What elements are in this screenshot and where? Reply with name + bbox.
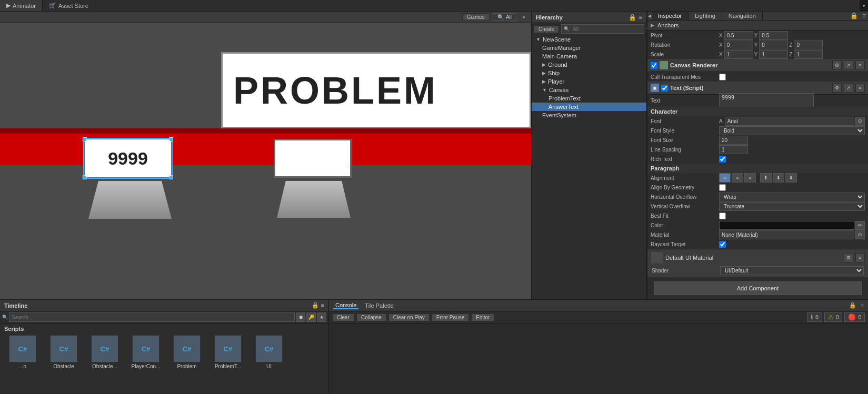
font-style-select[interactable]: Bold Normal Italic Bold Italic bbox=[719, 126, 865, 135]
canvas-renderer-popup-btn[interactable]: ↗ bbox=[844, 60, 853, 70]
timeline-menu[interactable]: ≡ bbox=[321, 302, 324, 309]
inspector-menu[interactable]: ≡ bbox=[860, 12, 868, 20]
tab-inspector[interactable]: Inspector bbox=[652, 12, 689, 20]
hierarchy-menu[interactable]: ≡ bbox=[638, 14, 642, 21]
align-right-btn[interactable]: ≡ bbox=[744, 173, 756, 183]
align-center-btn[interactable]: ≡ bbox=[732, 173, 743, 183]
hierarchy-item-canvas[interactable]: ▼ Canvas bbox=[532, 86, 646, 94]
asset-store-icon: 🛒 bbox=[49, 2, 56, 9]
filter-all-button[interactable]: 🔍 All bbox=[493, 13, 516, 21]
text-script-popup-btn[interactable]: ↗ bbox=[844, 83, 853, 93]
text-script-enabled[interactable] bbox=[661, 85, 668, 92]
color-eyedropper-btn[interactable]: ✏ bbox=[855, 221, 865, 230]
align-bottom-btn[interactable]: ⬇ bbox=[785, 173, 797, 183]
answer-box-1[interactable]: 9999 bbox=[83, 138, 173, 179]
align-top-btn[interactable]: ⬆ bbox=[760, 173, 772, 183]
hierarchy-item-ship[interactable]: ▶ Ship bbox=[532, 69, 646, 77]
timeline-search-input[interactable] bbox=[9, 312, 295, 322]
error-pause-button[interactable]: Error Pause bbox=[432, 314, 469, 321]
align-middle-btn[interactable]: ⬇ bbox=[773, 173, 784, 183]
text-script-menu-btn[interactable]: ≡ bbox=[855, 83, 865, 93]
hierarchy-search-bar[interactable]: 🔍 bbox=[561, 24, 644, 34]
tab-tile-palette[interactable]: Tile Palette bbox=[363, 302, 396, 309]
shader-select[interactable]: UI/Default bbox=[720, 266, 864, 275]
pivot-x-field[interactable] bbox=[724, 31, 753, 40]
rotation-x-field[interactable] bbox=[724, 41, 753, 49]
timeline-controls: 🔒 ≡ bbox=[312, 302, 324, 309]
text-script-settings-btn[interactable]: ⚙ bbox=[832, 83, 842, 93]
default-material-menu-btn[interactable]: ≡ bbox=[855, 253, 865, 262]
timeline-lock[interactable]: 🔒 bbox=[312, 302, 319, 309]
canvas-renderer-icon bbox=[660, 61, 668, 69]
pivot-row: Pivot X Y bbox=[647, 31, 868, 40]
rotation-y-field[interactable] bbox=[759, 41, 788, 49]
scale-z-field[interactable] bbox=[794, 50, 823, 59]
rich-text-checkbox[interactable] bbox=[719, 156, 726, 163]
add-component-button[interactable]: Add Component bbox=[654, 281, 862, 295]
script-item-playercon[interactable]: C# PlayerCon... bbox=[127, 335, 164, 369]
inspector-collapse-btn[interactable]: ◀ bbox=[647, 12, 652, 20]
clear-on-play-button[interactable]: Clear on Play bbox=[388, 314, 430, 321]
hierarchy-item-newscene[interactable]: ▼ NewScene bbox=[532, 35, 646, 44]
tab-navigation[interactable]: Navigation bbox=[722, 12, 763, 20]
color-swatch[interactable] bbox=[719, 221, 854, 230]
rotation-z-field[interactable] bbox=[794, 41, 823, 49]
hierarchy-item-problemtext[interactable]: ProblemText bbox=[532, 94, 646, 103]
hierarchy-item-gamemanager[interactable]: GameManager bbox=[532, 44, 646, 52]
scale-y-field[interactable] bbox=[759, 50, 788, 59]
collapse-button[interactable]: Collapse bbox=[356, 314, 386, 321]
canvas-renderer-menu-btn[interactable]: ≡ bbox=[855, 60, 865, 70]
console-menu[interactable]: ≡ bbox=[861, 302, 864, 309]
text-value-field[interactable]: 9999 bbox=[719, 93, 814, 109]
gizmos-button[interactable]: Gizmos bbox=[462, 13, 490, 21]
canvas-renderer-enabled[interactable] bbox=[651, 62, 657, 69]
tab-lighting[interactable]: Lighting bbox=[689, 12, 722, 20]
tab-animator[interactable]: ▶ Animator bbox=[0, 0, 43, 11]
window-controls[interactable]: ▾ bbox=[860, 0, 868, 12]
editor-button[interactable]: Editor bbox=[471, 314, 494, 321]
line-spacing-field[interactable] bbox=[719, 145, 748, 154]
canvas-renderer-settings-btn[interactable]: ⚙ bbox=[832, 60, 842, 70]
clear-button[interactable]: Clear bbox=[332, 314, 354, 321]
hierarchy-item-answertext[interactable]: AnswerText bbox=[532, 103, 646, 111]
inspector-lock[interactable]: 🔒 bbox=[848, 12, 860, 20]
raycast-checkbox[interactable] bbox=[719, 241, 726, 248]
script-item-obstacle2[interactable]: C# Obstacle... bbox=[86, 335, 123, 369]
v-overflow-select[interactable]: Truncate Overflow bbox=[719, 202, 865, 211]
anchors-header[interactable]: ▶ Anchors bbox=[647, 21, 868, 30]
tab-console[interactable]: Console bbox=[333, 302, 358, 309]
hierarchy-controls: 🔒 ≡ bbox=[628, 14, 642, 21]
hierarchy-item-ground[interactable]: ▶ Ground bbox=[532, 60, 646, 69]
hierarchy-item-eventsystem[interactable]: EventSystem bbox=[532, 111, 646, 119]
timeline-key-btn[interactable]: 🔑 bbox=[306, 312, 316, 322]
scene-menu[interactable]: ▾ bbox=[520, 15, 528, 20]
default-material-settings-btn[interactable]: ⚙ bbox=[844, 253, 853, 262]
align-left-btn[interactable]: ≡ bbox=[719, 173, 731, 183]
align-by-geo-checkbox[interactable] bbox=[719, 184, 726, 191]
timeline-record-btn[interactable]: ⏺ bbox=[296, 312, 305, 322]
script-item-unknown[interactable]: C# ...n bbox=[4, 335, 41, 369]
font-size-row: Font Size bbox=[647, 135, 868, 145]
h-overflow-select[interactable]: Wrap Overflow bbox=[719, 193, 865, 201]
create-button[interactable]: Create bbox=[534, 25, 559, 33]
material-picker-btn[interactable]: ⊙ bbox=[855, 230, 865, 239]
scripts-section: Scripts C# ...n C# Obstacle C# bbox=[0, 324, 328, 371]
pivot-y-field[interactable] bbox=[759, 31, 788, 40]
hierarchy-search-input[interactable] bbox=[571, 24, 642, 34]
script-item-problem[interactable]: C# Problem bbox=[168, 335, 205, 369]
hierarchy-item-player[interactable]: ▶ Player bbox=[532, 77, 646, 86]
hierarchy-lock[interactable]: 🔒 bbox=[628, 14, 636, 21]
cull-transparent-checkbox[interactable] bbox=[719, 74, 726, 80]
timeline-star-btn[interactable]: ★ bbox=[317, 312, 326, 322]
script-item-obstacle[interactable]: C# Obstacle bbox=[45, 335, 82, 369]
font-picker-btn[interactable]: ⊙ bbox=[855, 117, 865, 126]
font-size-field[interactable] bbox=[719, 136, 748, 145]
script-item-problemt[interactable]: C# ProblemT... bbox=[209, 335, 246, 369]
tab-asset-store[interactable]: 🛒 Asset Store bbox=[43, 0, 95, 11]
line-spacing-row: Line Spacing bbox=[647, 145, 868, 154]
scale-x-field[interactable] bbox=[724, 50, 753, 59]
console-lock[interactable]: 🔒 bbox=[849, 302, 856, 309]
best-fit-checkbox[interactable] bbox=[719, 213, 726, 219]
hierarchy-item-maincamera[interactable]: Main Camera bbox=[532, 52, 646, 60]
script-item-ui[interactable]: C# UI bbox=[251, 335, 287, 369]
